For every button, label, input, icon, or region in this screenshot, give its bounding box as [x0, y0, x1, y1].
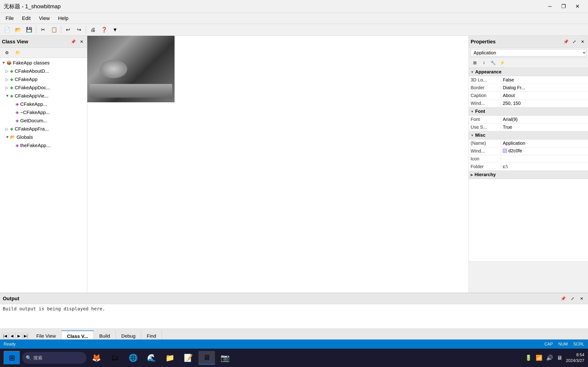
class-view-close-button[interactable]: ✕: [78, 39, 85, 45]
taskbar-app-explorer[interactable]: 📁: [162, 351, 178, 365]
root-folder-icon: 📦: [6, 60, 11, 65]
tree-item-cfakeappdoc[interactable]: ▷ ◆ CFakeAppDoc...: [0, 83, 87, 92]
tree-item-cfakeapp[interactable]: ▷ ◆ CFakeApp: [0, 75, 87, 83]
tree-item-cfakeaboutd[interactable]: ▷ ◆ CFakeAboutD...: [0, 67, 87, 75]
tree-item-thefakeapp[interactable]: ◈ theFakeApp...: [0, 141, 87, 150]
system-clock[interactable]: 8:54 2024/3/27: [566, 352, 584, 364]
prop-uses[interactable]: Use S... True: [469, 123, 588, 131]
color-swatch-container: d2c0fe: [503, 148, 522, 153]
menu-bar: File Edit View Help: [0, 13, 588, 24]
tray-icon-network[interactable]: 📶: [536, 355, 543, 361]
print-button[interactable]: 🖨: [88, 25, 98, 34]
props-tb-sort[interactable]: ↕: [480, 59, 488, 67]
prop-wind-size[interactable]: Wind... 250, 150: [469, 100, 588, 107]
open-button[interactable]: 📂: [13, 25, 23, 34]
prop-name: Font: [469, 117, 501, 122]
prop-name: Icon: [469, 156, 501, 161]
expand-icon: ▷: [6, 85, 9, 90]
editor-area: [87, 36, 468, 307]
output-expand-button[interactable]: ⤢: [569, 295, 576, 302]
cv-toolbar-btn2[interactable]: 📁: [13, 48, 23, 57]
tree-label: GetDocum...: [20, 118, 47, 123]
expand-icon: ▷: [6, 127, 9, 131]
tree-item-cfakeapp-destructor[interactable]: ◈ ~CFakeApp...: [0, 108, 87, 117]
taskbar-app-files[interactable]: 🗂: [107, 351, 123, 365]
taskbar-app-browser1[interactable]: 🦊: [88, 351, 105, 365]
prop-font[interactable]: Font Arial(9): [469, 116, 588, 123]
props-tb-categorize[interactable]: ⊞: [471, 59, 479, 67]
section-label: Misc: [475, 133, 485, 138]
props-expand-button[interactable]: ⤢: [571, 39, 578, 45]
redo-button[interactable]: ↪: [74, 25, 84, 34]
tree-item-cfakeapp-child[interactable]: ◈ CFakeApp...: [0, 100, 87, 108]
prop-value: About: [501, 93, 588, 98]
prop-folder[interactable]: Folder c:\: [469, 163, 588, 171]
section-font[interactable]: ▼ Font: [469, 107, 588, 116]
tree-item-getdocum[interactable]: ◈ GetDocum...: [0, 117, 87, 125]
tree-item-globals[interactable]: ▼ 📂 Globals: [0, 133, 87, 141]
restore-button[interactable]: ❐: [557, 2, 571, 11]
prop-wind-color[interactable]: Wind... d2c0fe: [469, 147, 588, 155]
output-text: Build output is being displayed here.: [3, 306, 105, 311]
section-hierarchy[interactable]: ▶ Hierarchy: [469, 171, 588, 179]
save-button[interactable]: 💾: [24, 25, 34, 34]
menu-help[interactable]: Help: [54, 14, 72, 23]
paste-button[interactable]: 📋: [49, 25, 59, 34]
props-dropdown-row: Application: [469, 48, 588, 58]
tab-nav-last[interactable]: ▶|: [23, 333, 29, 339]
tray-icon-sound[interactable]: 🔊: [546, 355, 553, 361]
menu-view[interactable]: View: [35, 14, 53, 23]
undo-button[interactable]: ↩: [63, 25, 73, 34]
tab-nav-next[interactable]: ▶: [16, 333, 22, 339]
tab-nav-first[interactable]: |◀: [2, 333, 8, 339]
dropdown-button[interactable]: ▼: [110, 25, 120, 34]
status-scr: SCRL: [573, 342, 584, 347]
cv-toolbar-btn1[interactable]: ⚙: [2, 48, 12, 57]
menu-file[interactable]: File: [2, 14, 17, 23]
tab-nav-prev[interactable]: ◀: [9, 333, 15, 339]
prop-icon[interactable]: Icon: [469, 155, 588, 163]
props-tb-filter[interactable]: 🔧: [489, 59, 497, 67]
taskbar-app-ide[interactable]: 🖥: [199, 351, 215, 365]
tree-item-cfakeappview[interactable]: ▼ ◆ CFakeAppVie...: [0, 92, 87, 100]
func-icon: ◈: [16, 110, 19, 115]
status-text: Ready: [4, 342, 544, 347]
taskbar-app-word[interactable]: 📝: [180, 351, 197, 365]
taskbar-app-browser3[interactable]: 🌊: [143, 351, 160, 365]
close-button[interactable]: ✕: [571, 2, 584, 11]
tree-label: theFakeApp...: [20, 143, 50, 148]
props-tb-lightning[interactable]: ⚡: [498, 59, 506, 67]
props-pin-button[interactable]: 📌: [562, 39, 570, 45]
prop-caption[interactable]: Caption About: [469, 92, 588, 100]
prop-border[interactable]: Border Dialog Fr...: [469, 84, 588, 92]
expand-icon: [11, 110, 15, 115]
section-appearance[interactable]: ▼ Appearance: [469, 68, 588, 76]
props-close-button[interactable]: ✕: [579, 39, 586, 45]
help-button[interactable]: ❓: [99, 25, 109, 34]
output-pin-button[interactable]: 📌: [560, 295, 567, 302]
start-button[interactable]: ⊞: [4, 351, 20, 365]
image-content: [87, 36, 174, 102]
properties-table: ▼ Appearance 3D Lo... False Border Dialo…: [469, 68, 588, 261]
output-close-button[interactable]: ✕: [578, 295, 585, 302]
search-bar[interactable]: 🔍 搜索: [22, 352, 86, 364]
taskbar-app-camera[interactable]: 📷: [217, 351, 233, 365]
tree-item-cfakeappfra[interactable]: ▷ ◆ CFakeAppFra...: [0, 125, 87, 133]
search-placeholder: 搜索: [33, 355, 43, 361]
tree-root[interactable]: ▼ 📦 FakeApp classes: [0, 59, 87, 67]
class-view-pin-button[interactable]: 📌: [69, 39, 77, 45]
minimize-button[interactable]: ─: [543, 2, 557, 11]
section-misc[interactable]: ▼ Misc: [469, 131, 588, 140]
taskbar-app-browser2[interactable]: 🌐: [125, 351, 141, 365]
prop-name-val[interactable]: (Name) Application: [469, 140, 588, 147]
tree-label: Globals: [17, 134, 33, 140]
tray-icon-battery[interactable]: 🔋: [525, 355, 532, 361]
menu-edit[interactable]: Edit: [18, 14, 34, 23]
tray-icon-display[interactable]: 🖥: [557, 355, 562, 361]
class-icon: ◆: [10, 69, 13, 74]
new-button[interactable]: 📄: [2, 25, 12, 34]
cut-button[interactable]: ✂: [38, 25, 48, 34]
prop-3dlo[interactable]: 3D Lo... False: [469, 76, 588, 84]
main-layout: Class View 📌 ✕ ⚙ 📁 ▼ 📦 FakeApp classes ▷…: [0, 36, 588, 307]
properties-dropdown[interactable]: Application: [471, 49, 586, 56]
